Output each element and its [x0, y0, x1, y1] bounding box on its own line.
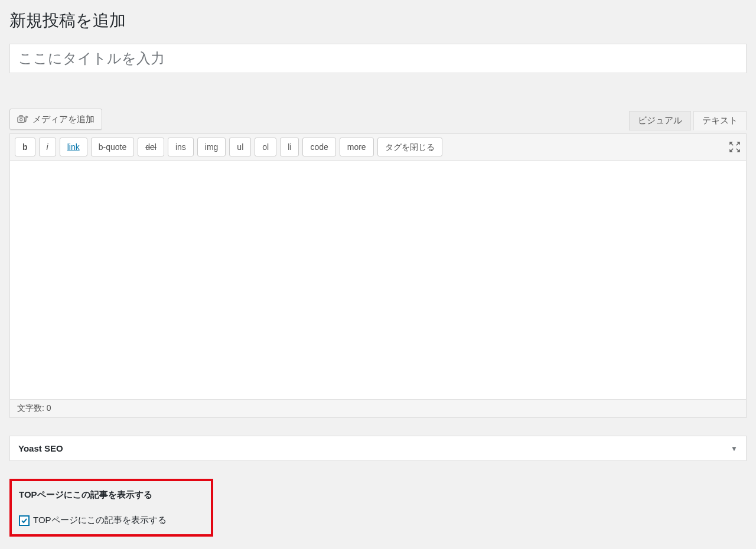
editor-toolbar: b i link b-quote del ins img ul ol li co… [10, 134, 746, 161]
toolbar-more-button[interactable]: more [340, 138, 374, 156]
toolbar-bquote-button[interactable]: b-quote [91, 138, 134, 156]
add-media-label: メディアを追加 [32, 112, 94, 127]
fullscreen-icon[interactable] [728, 140, 741, 153]
editor-container: b i link b-quote del ins img ul ol li co… [9, 133, 747, 418]
page-title: 新規投稿を追加 [9, 0, 747, 44]
toolbar-italic-button[interactable]: i [39, 138, 56, 156]
char-count-label: 文字数: 0 [17, 403, 51, 413]
post-title-input[interactable] [9, 44, 747, 73]
top-page-heading: TOPページにこの記事を表示する [19, 489, 204, 501]
status-bar: 文字数: 0 [10, 399, 746, 417]
toolbar-code-button[interactable]: code [302, 138, 335, 156]
toolbar-bold-button[interactable]: b [15, 138, 35, 156]
toolbar-ol-button[interactable]: ol [255, 138, 276, 156]
toolbar-img-button[interactable]: img [197, 138, 226, 156]
svg-point-1 [20, 119, 22, 121]
toolbar-del-button[interactable]: del [138, 138, 164, 156]
yoast-seo-box: Yoast SEO ▼ [9, 436, 747, 461]
svg-rect-2 [19, 116, 22, 117]
camera-music-icon [17, 114, 29, 125]
content-textarea[interactable] [10, 161, 746, 397]
svg-rect-0 [18, 117, 25, 123]
tab-text[interactable]: テキスト [693, 111, 747, 130]
tab-visual[interactable]: ビジュアル [629, 111, 691, 130]
editor-tabs: ビジュアル テキスト [627, 110, 747, 130]
svg-point-3 [24, 120, 26, 122]
yoast-seo-title: Yoast SEO [18, 443, 63, 453]
add-media-button[interactable]: メディアを追加 [9, 109, 102, 130]
toolbar-link-button[interactable]: link [60, 138, 87, 156]
chevron-down-icon: ▼ [731, 445, 738, 453]
toolbar-ul-button[interactable]: ul [229, 138, 251, 156]
toolbar-li-button[interactable]: li [280, 138, 299, 156]
toolbar-ins-button[interactable]: ins [168, 138, 194, 156]
top-page-checkbox-label: TOPページにこの記事を表示する [33, 515, 167, 526]
yoast-seo-header[interactable]: Yoast SEO ▼ [10, 436, 746, 460]
top-page-display-box: TOPページにこの記事を表示する TOPページにこの記事を表示する [9, 479, 213, 537]
top-page-checkbox-row[interactable]: TOPページにこの記事を表示する [19, 515, 204, 526]
toolbar-close-tags-button[interactable]: タグを閉じる [377, 138, 442, 156]
top-page-checkbox[interactable] [19, 515, 30, 526]
